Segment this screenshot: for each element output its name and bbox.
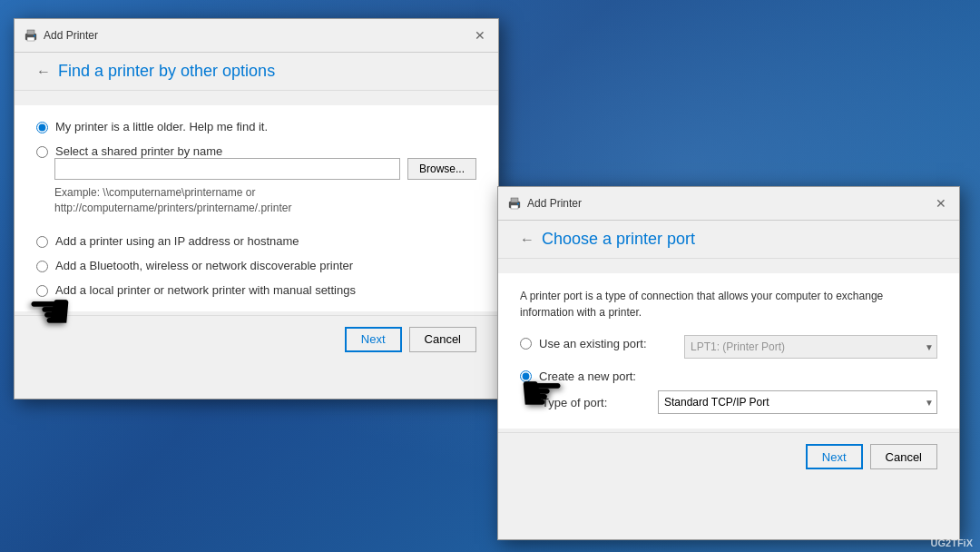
radio-shared-printer[interactable]: [36, 146, 48, 158]
radio-item-2-group: Select a shared printer by name Browse..…: [36, 144, 476, 223]
dialog2-header: ← Choose a printer port: [498, 221, 959, 259]
dialog2-body: A printer port is a type of connection t…: [498, 273, 959, 429]
svg-point-7: [517, 203, 519, 205]
dialog1-close-button[interactable]: ✕: [471, 26, 489, 44]
radio-item-3: Add a printer using an IP address or hos…: [36, 234, 476, 248]
radio-shared-printer-label: Select a shared printer by name: [55, 144, 222, 158]
printer-options-group: My printer is a little older. Help me fi…: [36, 120, 476, 297]
existing-port-select[interactable]: LPT1: (Printer Port): [684, 335, 937, 359]
radio-existing-port[interactable]: [520, 338, 532, 350]
dialog2-heading: Choose a printer port: [542, 230, 695, 249]
create-new-port-section: Create a new port: Type of port: Standar…: [520, 370, 937, 414]
dialog1-cancel-button[interactable]: Cancel: [409, 327, 476, 352]
dialog2-footer: Next Cancel: [498, 432, 959, 480]
radio-bluetooth-printer[interactable]: [36, 261, 48, 272]
port-description: A printer port is a type of connection t…: [520, 288, 937, 320]
radio-ip-printer-label: Add a printer using an IP address or hos…: [55, 234, 299, 248]
svg-rect-6: [511, 205, 518, 209]
dialog1-footer: Next Cancel: [15, 315, 498, 363]
use-existing-port-row: Use an existing port: LPT1: (Printer Por…: [520, 335, 937, 359]
radio-item-4: Add a Bluetooth, wireless or network dis…: [36, 259, 476, 272]
svg-rect-1: [27, 30, 34, 34]
svg-rect-5: [511, 198, 518, 202]
dialog2-titlebar: Add Printer ✕: [498, 187, 959, 221]
svg-rect-2: [27, 37, 34, 41]
dialog2-cancel-button[interactable]: Cancel: [870, 444, 937, 469]
find-printer-dialog: Add Printer ✕ ← Find a printer by other …: [14, 18, 499, 399]
shared-printer-input-row: Browse...: [54, 158, 476, 180]
type-of-port-select[interactable]: Standard TCP/IP Port: [658, 390, 937, 414]
radio-create-new-port[interactable]: [520, 370, 532, 382]
printer-icon: [24, 28, 38, 43]
choose-port-dialog: Add Printer ✕ ← Choose a printer port A …: [497, 186, 960, 540]
create-new-label: Create a new port:: [539, 370, 636, 383]
radio-older-printer[interactable]: [36, 122, 48, 133]
dialog2-title-group: Add Printer: [507, 196, 582, 211]
dialog1-header: ← Find a printer by other options: [15, 53, 498, 91]
type-of-port-select-wrapper: Standard TCP/IP Port ▼: [658, 390, 937, 414]
printer-icon-2: [507, 196, 522, 211]
use-existing-radio-row: Use an existing port:: [520, 337, 666, 350]
radio-item-2: Select a shared printer by name: [36, 144, 476, 158]
radio-local-printer[interactable]: [36, 285, 48, 297]
use-existing-label: Use an existing port:: [539, 337, 666, 350]
dialog1-back-button[interactable]: ←: [36, 64, 51, 80]
radio-older-printer-label: My printer is a little older. Help me fi…: [55, 120, 268, 133]
create-new-radio-row: Create a new port:: [520, 370, 937, 383]
dialog1-heading: Find a printer by other options: [58, 62, 275, 81]
watermark: UG2TFiX: [931, 537, 973, 548]
example-text: Example: \\computername\printername orht…: [54, 185, 476, 216]
radio-bluetooth-printer-label: Add a Bluetooth, wireless or network dis…: [55, 259, 353, 272]
dialog1-body: My printer is a little older. Help me fi…: [15, 105, 498, 311]
dialog1-title-group: Add Printer: [24, 28, 98, 43]
dialog1-next-button[interactable]: Next: [345, 327, 402, 352]
dialog1-titlebar: Add Printer ✕: [15, 19, 498, 53]
dialog2-next-button[interactable]: Next: [806, 444, 863, 469]
svg-point-3: [34, 35, 35, 37]
type-of-port-label: Type of port:: [542, 396, 647, 409]
browse-button[interactable]: Browse...: [407, 158, 476, 180]
shared-printer-input[interactable]: [54, 158, 400, 180]
type-of-port-row: Type of port: Standard TCP/IP Port ▼: [542, 390, 937, 414]
dialog2-back-button[interactable]: ←: [520, 232, 534, 248]
radio-item-5: Add a local printer or network printer w…: [36, 283, 476, 297]
dialog2-title-text: Add Printer: [527, 197, 582, 210]
existing-port-select-wrapper: LPT1: (Printer Port) ▼: [684, 335, 937, 359]
radio-item-1: My printer is a little older. Help me fi…: [36, 120, 476, 133]
radio-ip-printer[interactable]: [36, 236, 48, 248]
radio-local-printer-label: Add a local printer or network printer w…: [55, 283, 356, 297]
dialog1-title-text: Add Printer: [44, 29, 98, 42]
dialog2-close-button[interactable]: ✕: [932, 194, 950, 212]
